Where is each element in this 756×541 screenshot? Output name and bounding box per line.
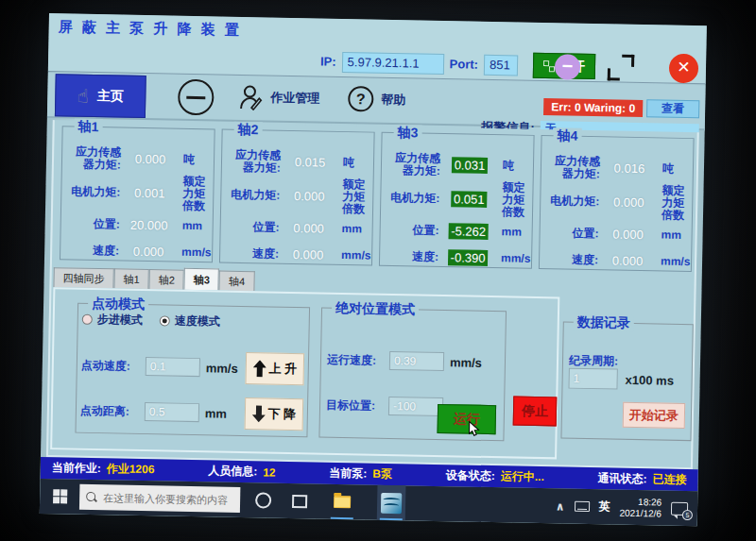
speed-value: 0.000 — [281, 246, 335, 262]
tab-axis1[interactable]: 轴1 — [113, 268, 149, 289]
hmi-app-icon — [381, 492, 402, 513]
jog-up-label: 上 升 — [268, 361, 297, 379]
position-unit: mm — [657, 228, 687, 242]
motor-torque-value: 0.001 — [122, 186, 177, 201]
jog-distance-label: 点动距离: — [80, 402, 145, 419]
run-speed-input[interactable] — [389, 351, 444, 371]
motor-torque-unit: 额定力矩倍数 — [179, 176, 210, 213]
position-value: 0.000 — [282, 220, 336, 235]
cortana-icon[interactable] — [255, 492, 271, 508]
tab-four-axis-sync[interactable]: 四轴同步 — [53, 267, 113, 288]
stop-label: 停止 — [522, 402, 548, 418]
jog-up-button[interactable]: 上 升 — [245, 352, 304, 385]
target-position-input[interactable] — [388, 397, 443, 416]
comm-status: 通讯状态:已连接 — [597, 470, 686, 488]
axis1-title: 轴1 — [75, 119, 103, 137]
axis4-title: 轴4 — [553, 127, 581, 145]
speed-label: 速度: — [543, 253, 598, 266]
arrow-down-icon — [251, 405, 265, 422]
current-job-status: 当前作业:作业1206 — [52, 460, 155, 478]
ime-indicator[interactable]: 英 — [598, 499, 610, 515]
motor-torque-unit: 额定力矩倍数 — [338, 178, 369, 216]
start-record-button[interactable]: 开始记录 — [623, 402, 686, 429]
hand-pointer-icon: ☝ — [77, 86, 90, 105]
motor-torque-unit: 额定力矩倍数 — [658, 184, 689, 222]
motor-torque-value: 0.051 — [451, 191, 488, 208]
record-period-input[interactable] — [568, 368, 617, 390]
close-button[interactable]: ✕ — [669, 54, 699, 84]
sensor-torque-value: 0.000 — [123, 152, 178, 167]
nav-help[interactable]: ? 帮助 — [348, 86, 406, 112]
file-explorer-button[interactable] — [328, 484, 357, 520]
hmi-app-button[interactable] — [377, 485, 406, 521]
current-pump-value: B泵 — [372, 466, 392, 482]
ip-input[interactable] — [341, 51, 443, 74]
maximize-icon[interactable] — [608, 54, 635, 81]
position-value: 20.000 — [122, 217, 177, 232]
stop-button[interactable]: 停止 — [513, 397, 558, 427]
monitor-photo-frame: 屏 蔽 主 泵 升 降 装 置 IP: Port: 断开 − ✕ ☝ 主页 — [40, 13, 707, 526]
view-alarms-button[interactable]: 查看 — [646, 99, 699, 118]
jog-mode-group: 点动模式 步进模式 速度模式 点动速度: mm/s 上 升 点动距离: — [75, 303, 310, 438]
record-period-unit: x100 ms — [626, 372, 675, 387]
position-label: 位置: — [385, 223, 439, 236]
jog-speed-input[interactable] — [146, 357, 200, 377]
search-input[interactable] — [103, 492, 233, 506]
sensor-torque-label: 应力传感器力矩: — [386, 151, 440, 177]
tab-axis3[interactable]: 轴3 — [184, 268, 220, 291]
port-input[interactable] — [484, 54, 518, 76]
device-status-label: 设备状态: — [446, 467, 495, 484]
port-label: Port: — [450, 57, 479, 72]
tab-home[interactable]: ☝ 主页 — [55, 74, 146, 118]
position-label: 位置: — [225, 220, 280, 233]
ip-label: IP: — [320, 55, 336, 69]
axis1-panel: 轴1 应力传感器力矩:0.000吨 电机力矩:0.001额定力矩倍数 位置:20… — [60, 126, 215, 262]
target-position-label: 目标位置: — [326, 397, 388, 414]
app-title: 屏 蔽 主 泵 升 降 装 置 — [59, 18, 243, 40]
motor-torque-label: 电机力矩: — [385, 192, 439, 205]
speed-label: 速度: — [224, 246, 279, 260]
home-label: 主页 — [97, 87, 124, 105]
jog-distance-input[interactable] — [145, 402, 199, 422]
radio-step-mode[interactable]: 步进模式 — [82, 312, 143, 329]
personnel-label: 人员信息: — [208, 463, 257, 480]
run-speed-unit: mm/s — [450, 355, 486, 370]
speed-unit: mm/s — [178, 245, 212, 259]
personnel-status: 人员信息:12 — [208, 463, 276, 480]
absolute-position-group: 绝对位置模式 运行速度: mm/s 目标位置: mm 运行 — [318, 308, 507, 442]
tab-axis2[interactable]: 轴2 — [149, 269, 185, 290]
jog-down-button[interactable]: 下 降 — [245, 397, 304, 431]
folder-icon — [334, 496, 351, 508]
current-job-label: 当前作业: — [52, 460, 101, 477]
motor-torque-label: 电机力矩: — [544, 194, 599, 208]
axis3-title: 轴3 — [393, 125, 421, 143]
tray-expand-icon[interactable]: ∧ — [556, 499, 565, 513]
run-button[interactable]: 运行 — [438, 404, 497, 434]
windows-logo-icon — [53, 489, 67, 503]
user-edit-icon — [238, 84, 264, 110]
position-value: 0.000 — [600, 227, 655, 242]
radio-speed-mode[interactable]: 速度模式 — [160, 313, 220, 330]
arrow-up-icon — [252, 360, 266, 377]
clock-date: 2021/12/6 — [619, 507, 662, 519]
minimize-button[interactable]: − — [555, 54, 581, 80]
clock-time: 18:26 — [620, 496, 662, 508]
task-view-icon[interactable] — [292, 495, 307, 508]
taskbar-search[interactable] — [79, 484, 240, 513]
start-button[interactable] — [40, 479, 80, 515]
position-unit: mm — [179, 219, 209, 232]
tab-axis4[interactable]: 轴4 — [219, 271, 255, 292]
collapse-icon[interactable] — [178, 79, 215, 116]
clock[interactable]: 18:26 2021/12/6 — [619, 496, 662, 519]
taskbar-icons — [255, 482, 406, 520]
nav-job-management[interactable]: 作业管理 — [238, 84, 320, 112]
axes-row: 轴1 应力传感器力矩:0.000吨 电机力矩:0.001额定力矩倍数 位置:20… — [60, 126, 695, 272]
notification-center-icon[interactable]: 5 — [671, 501, 688, 515]
jog-speed-unit: mm/s — [206, 361, 242, 376]
sensor-torque-value: 0.015 — [283, 155, 337, 170]
sensor-torque-unit: 吨 — [659, 162, 689, 176]
speed-mode-label: 速度模式 — [175, 313, 220, 330]
axis4-panel: 轴4 应力传感器力矩:0.016吨 电机力矩:0.000额定力矩倍数 位置:0.… — [539, 135, 695, 272]
touch-keyboard-icon[interactable] — [574, 501, 589, 512]
current-job-value: 作业1206 — [107, 461, 155, 478]
